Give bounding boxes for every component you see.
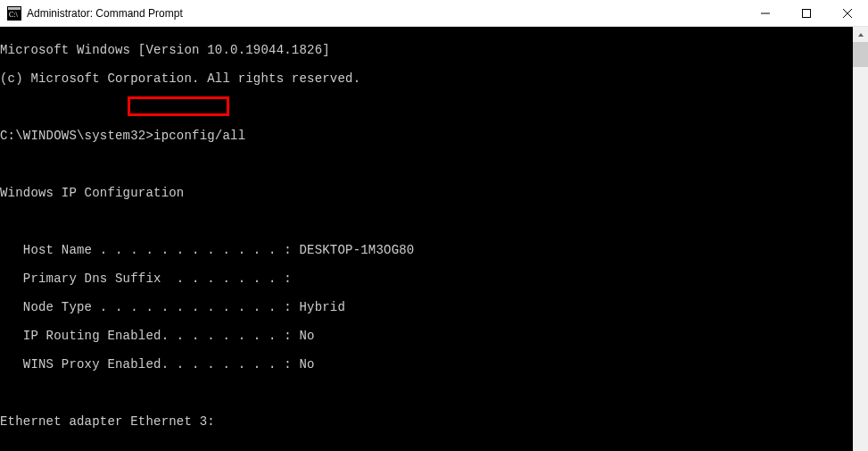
output-line	[0, 214, 853, 229]
maximize-button[interactable]	[786, 0, 827, 26]
output-line: Primary Dns Suffix . . . . . . . :	[0, 271, 853, 286]
console-area: Microsoft Windows [Version 10.0.19044.18…	[0, 27, 868, 451]
vertical-scrollbar[interactable]	[853, 27, 868, 451]
terminal-output[interactable]: Microsoft Windows [Version 10.0.19044.18…	[0, 27, 853, 451]
typed-command: >ipconfig/all	[145, 129, 245, 143]
minimize-button[interactable]	[745, 0, 786, 26]
svg-rect-4	[803, 9, 811, 17]
output-line	[0, 157, 853, 171]
output-line: IP Routing Enabled. . . . . . . . : No	[0, 329, 853, 343]
output-line: WINS Proxy Enabled. . . . . . . . : No	[0, 357, 853, 372]
scroll-thumb[interactable]	[853, 42, 868, 67]
output-line: (c) Microsoft Corporation. All rights re…	[0, 71, 853, 86]
cmd-icon: C:\	[7, 6, 21, 21]
output-line: Microsoft Windows [Version 10.0.19044.18…	[0, 43, 853, 57]
output-line	[0, 100, 853, 114]
output-line	[0, 386, 853, 400]
scroll-up-arrow-icon[interactable]	[853, 27, 868, 42]
prompt-path: C:\WINDOWS\system32	[0, 129, 145, 143]
output-line	[0, 443, 853, 451]
output-line: Host Name . . . . . . . . . . . . : DESK…	[0, 243, 853, 257]
svg-marker-7	[858, 33, 864, 37]
svg-text:C:\: C:\	[9, 11, 19, 19]
section-header: Ethernet adapter Ethernet 3:	[0, 414, 853, 429]
titlebar[interactable]: C:\ Administrator: Command Prompt	[0, 0, 868, 27]
prompt-line: C:\WINDOWS\system32>ipconfig/all	[0, 129, 853, 143]
close-button[interactable]	[827, 0, 868, 26]
window-title: Administrator: Command Prompt	[27, 7, 745, 20]
section-header: Windows IP Configuration	[0, 186, 853, 200]
output-line: Node Type . . . . . . . . . . . . : Hybr…	[0, 300, 853, 314]
svg-rect-1	[8, 7, 21, 10]
window-controls	[745, 0, 868, 26]
